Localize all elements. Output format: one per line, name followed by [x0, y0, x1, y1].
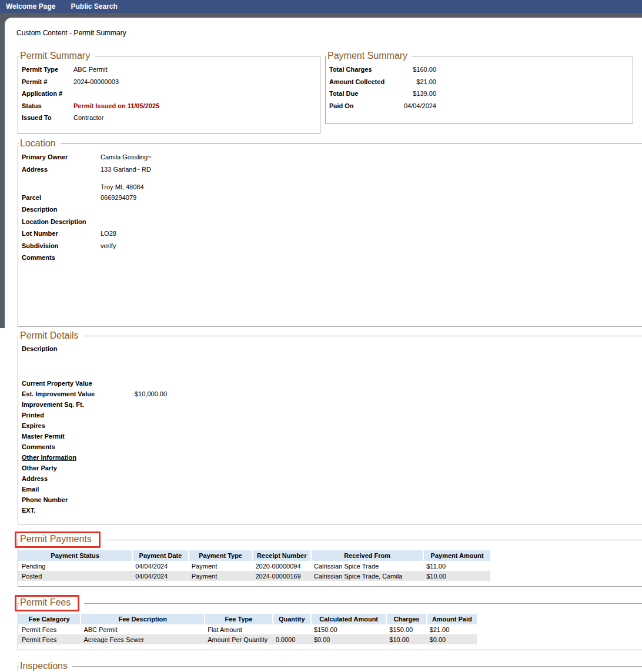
- column-header: Calculated Amount: [310, 614, 386, 624]
- permit-summary-body: Permit Type ABC Permit Permit # 2024-000…: [18, 61, 320, 124]
- field-row: EXT.: [22, 505, 642, 516]
- fees-table: Fee Category Fee Description Fee Type Qu…: [18, 614, 477, 644]
- column-header: Payment Date: [132, 550, 188, 561]
- permit-payments-fieldset: Permit Payments Payment Status Payment D…: [18, 531, 642, 587]
- field-row: Other Information: [22, 452, 642, 463]
- field-label: EXT.: [22, 506, 35, 515]
- table-header-row: Fee Category Fee Description Fee Type Qu…: [18, 614, 477, 624]
- column-header: Payment Status: [18, 550, 132, 561]
- permit-fees-legend: Permit Fees: [19, 595, 84, 611]
- field-row: Total Due $139.00: [329, 88, 633, 100]
- table-cell: $21.00: [426, 624, 477, 634]
- payments-table-wrap: Payment Status Payment Date Payment Type…: [18, 548, 642, 586]
- location-fieldset: Location Primary Owner Camila Gossling~ …: [18, 138, 642, 327]
- content-panel: Custom Content - Permit Summary Permit S…: [5, 18, 642, 328]
- field-row: Amount Collected $21.00: [329, 76, 633, 88]
- permit-payments-legend: Permit Payments: [19, 531, 105, 548]
- table-cell: Payment: [188, 561, 252, 571]
- field-row: Parcel 0669294079: [22, 192, 642, 204]
- field-label: Lot Number: [22, 229, 101, 238]
- field-row: Permit # 2024-00000003: [22, 76, 320, 88]
- payment-summary-fieldset: Payment Summary Total Charges $160.00 Am…: [325, 51, 633, 124]
- table-cell: $150.00: [310, 624, 386, 634]
- field-row: Address 133 Garland~ RD Troy MI, 48084: [22, 163, 642, 192]
- inspections-legend: Inspections: [19, 661, 72, 671]
- table-header-row: Payment Status Payment Date Payment Type…: [18, 550, 490, 561]
- field-label: Permit #: [22, 78, 73, 86]
- address-line2: Troy MI, 48084: [101, 183, 144, 190]
- field-row: Description: [22, 343, 642, 354]
- address-value: 133 Garland~ RD Troy MI, 48084: [101, 165, 151, 192]
- portal-frame: Custom Content - Permit Summary Permit S…: [0, 13, 642, 328]
- field-label: Subdivision: [22, 242, 101, 250]
- field-label: Application #: [22, 89, 62, 98]
- table-cell: 2024-00000169: [252, 571, 310, 581]
- nav-welcome-page[interactable]: Welcome Page: [6, 2, 55, 11]
- table-cell: $11.00: [423, 561, 490, 571]
- column-header: Payment Type: [188, 550, 252, 561]
- payment-summary-legend: Payment Summary: [326, 51, 412, 61]
- field-label: Other Party: [22, 464, 57, 473]
- field-value: 04/04/2024: [401, 102, 436, 111]
- table-cell: $150.00: [386, 624, 426, 634]
- field-label: Primary Owner: [22, 153, 101, 162]
- field-row: Paid On 04/04/2024: [329, 100, 633, 112]
- inspections-fieldset: Inspections: [18, 661, 642, 672]
- table-cell: $0.00: [310, 634, 386, 644]
- column-header: Amount Paid: [426, 614, 477, 624]
- status-value: Permit Issued on 11/05/2025: [73, 102, 159, 111]
- table-cell: $0.00: [426, 634, 477, 644]
- highlight-box: Permit Payments: [15, 531, 101, 548]
- table-cell: 2020-00000094: [252, 561, 310, 571]
- field-row: Master Permit: [22, 431, 642, 442]
- field-value: verify: [101, 242, 116, 250]
- field-row: Application #: [22, 88, 320, 100]
- field-label: Issued To: [22, 113, 73, 122]
- field-row: Subdivision verify: [22, 240, 642, 252]
- table-cell: Posted: [18, 571, 132, 581]
- table-cell: 04/04/2024: [132, 571, 188, 581]
- lower-section: Permit Details Description Current Prope…: [0, 328, 642, 672]
- field-row: Issued To Contractor: [22, 112, 320, 124]
- other-information-link[interactable]: Other Information: [22, 453, 76, 462]
- permit-fees-legend-text: Permit Fees: [20, 597, 71, 607]
- column-header: Charges: [386, 614, 426, 624]
- field-label: Comments: [22, 443, 55, 452]
- field-row: Comments: [22, 252, 642, 264]
- field-label: Phone Number: [22, 496, 68, 504]
- table-cell: ABC Permit: [80, 624, 204, 634]
- table-cell: Calrissian Spice Trade, Camila: [310, 571, 423, 581]
- field-label: Description: [22, 205, 58, 214]
- permit-fees-fieldset: Permit Fees Fee Category Fee Description…: [18, 595, 642, 650]
- table-cell: Amount Per Quantity: [204, 634, 272, 644]
- field-row: Email: [22, 484, 642, 494]
- field-label: Paid On: [329, 102, 401, 111]
- field-row: Total Charges $160.00: [329, 63, 633, 76]
- field-value: ABC Permit: [73, 65, 107, 74]
- table-row: Permit Fees ABC Permit Flat Amount $150.…: [18, 624, 477, 634]
- field-row: Location Description: [22, 216, 642, 228]
- column-header: Quantity: [272, 614, 310, 624]
- column-header: Received From: [310, 550, 423, 561]
- field-row: Status Permit Issued on 11/05/2025: [22, 100, 320, 112]
- field-row: Primary Owner Camila Gossling~: [22, 151, 642, 163]
- top-navbar: Welcome Page Public Search: [0, 0, 642, 13]
- summary-row: Permit Summary Permit Type ABC Permit Pe…: [18, 51, 642, 134]
- field-value: $21.00: [401, 78, 436, 86]
- column-header: Fee Category: [18, 614, 80, 624]
- field-label: Comments: [22, 253, 55, 262]
- field-row: Comments: [22, 442, 642, 452]
- nav-public-search[interactable]: Public Search: [71, 2, 117, 11]
- fees-table-wrap: Fee Category Fee Description Fee Type Qu…: [18, 611, 642, 650]
- field-row: Current Property Value: [22, 378, 642, 389]
- field-value: $139.00: [401, 89, 436, 98]
- table-cell: 0.0000: [272, 634, 310, 644]
- table-cell: [272, 624, 310, 634]
- column-header: Payment Amount: [423, 550, 490, 561]
- permit-payments-legend-text: Permit Payments: [20, 534, 92, 544]
- table-cell: Flat Amount: [204, 624, 272, 634]
- description-spacer: [22, 354, 642, 378]
- field-value: Contractor: [73, 113, 103, 122]
- field-label: Parcel: [22, 193, 101, 202]
- field-label: Location Description: [22, 218, 86, 226]
